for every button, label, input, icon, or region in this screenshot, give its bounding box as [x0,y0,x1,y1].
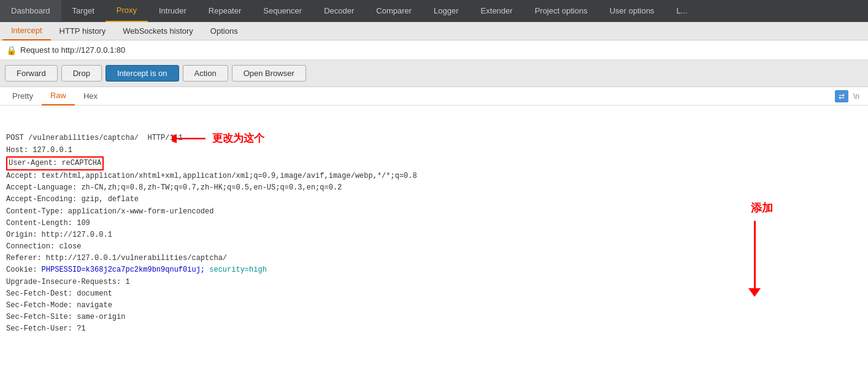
nav-dashboard[interactable]: Dashboard [0,0,61,22]
action-bar: Forward Drop Intercept is on Action Open… [0,60,868,87]
subnav-intercept[interactable]: Intercept [2,22,51,40]
http-line-9: Origin: http://127.0.0.1 [6,229,862,241]
http-line-6: Accept-Encoding: gzip, deflate [6,194,862,205]
nav-logger[interactable]: Logger [423,0,469,22]
nav-learn[interactable]: L... [666,0,699,22]
http-line-5: Accept-Language: zh-CN,zh;q=0.8,zh-TW;q=… [6,182,862,194]
nav-proxy[interactable]: Proxy [106,0,148,22]
http-line-7: Content-Type: application/x-www-form-url… [6,206,862,218]
drop-button[interactable]: Drop [61,65,102,82]
tab-raw[interactable]: Raw [42,87,75,105]
nav-extender[interactable]: Extender [470,0,524,22]
nav-target[interactable]: Target [61,0,106,22]
open-browser-button[interactable]: Open Browser [232,65,306,82]
http-request-editor[interactable]: POST /vulnerabilities/captcha/ HTTP/1.1H… [0,105,868,371]
http-line-17: Sec-Fetch-User: ?1 [6,323,862,335]
nav-project-options[interactable]: Project options [524,0,599,22]
http-content-area: POST /vulnerabilities/captcha/ HTTP/1.1H… [0,105,868,371]
ln-indicator: \n [848,88,864,104]
subnav-http-history[interactable]: HTTP history [51,22,115,40]
http-line-3: User-Agent: reCAPTCHA [6,156,862,170]
http-line-1: POST /vulnerabilities/captcha/ HTTP/1.1 [6,132,862,144]
forward-button[interactable]: Forward [5,65,58,82]
tab-hex[interactable]: Hex [75,87,106,105]
http-line-14: Sec-Fetch-Dest: document [6,288,862,300]
nav-intruder[interactable]: Intruder [148,0,198,22]
format-tab-bar: Pretty Raw Hex ⇄ \n [0,87,868,105]
http-line-8: Content-Length: 109 [6,218,862,229]
nav-comparer[interactable]: Comparer [365,0,423,22]
http-line-10: Connection: close [6,241,862,253]
subnav-websockets-history[interactable]: WebSockets history [114,22,202,40]
top-navigation: Dashboard Target Proxy Intruder Repeater… [0,0,868,22]
tab-pretty[interactable]: Pretty [4,87,42,105]
sub-navigation: Intercept HTTP history WebSockets histor… [0,22,868,40]
word-wrap-icon[interactable]: ⇄ [835,90,848,102]
action-button[interactable]: Action [183,65,228,82]
intercept-toggle-button[interactable]: Intercept is on [106,65,179,82]
http-line-4: Accept: text/html,application/xhtml+xml,… [6,170,862,182]
nav-repeater[interactable]: Repeater [198,0,252,22]
http-line-16: Sec-Fetch-Site: same-origin [6,312,862,323]
request-url: Request to http://127.0.0.1:80 [20,45,125,55]
http-line-12: Cookie: PHPSESSID=k368j2ca7pc2km9bn9qnuf… [6,264,862,276]
http-line-2: Host: 127.0.0.1 [6,145,862,156]
http-line-13: Upgrade-Insecure-Requests: 1 [6,277,862,288]
lock-icon: 🔒 [6,45,17,55]
nav-user-options[interactable]: User options [599,0,666,22]
subnav-options[interactable]: Options [202,22,247,40]
nav-decoder[interactable]: Decoder [313,0,365,22]
http-line-11: Referer: http://127.0.0.1/vulnerabilitie… [6,253,862,264]
request-info-bar: 🔒 Request to http://127.0.0.1:80 [0,40,868,60]
nav-sequencer[interactable]: Sequencer [252,0,313,22]
http-line-15: Sec-Fetch-Mode: navigate [6,300,862,312]
